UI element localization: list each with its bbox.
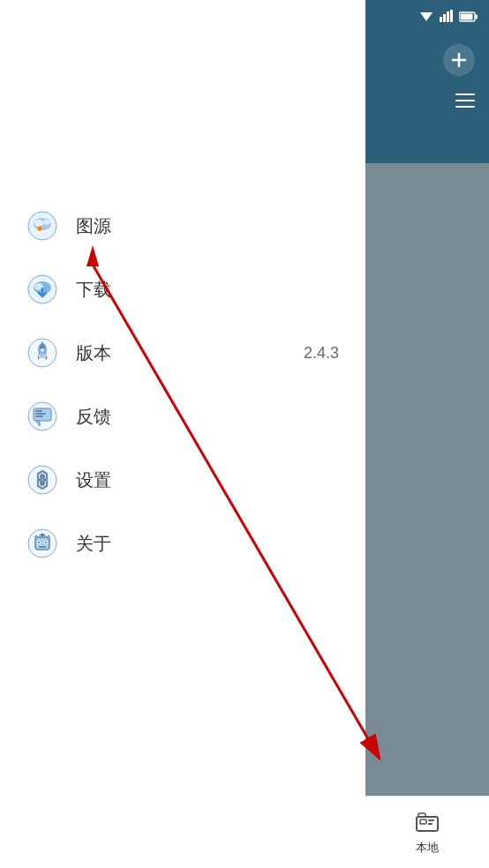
svg-rect-28: [40, 354, 45, 358]
version-label: 版本: [76, 341, 286, 365]
svg-point-31: [41, 348, 44, 352]
svg-rect-34: [35, 410, 42, 412]
svg-rect-6: [418, 813, 425, 817]
tuyuan-icon: [26, 210, 58, 242]
wifi-icon: [418, 10, 434, 26]
svg-rect-4: [428, 819, 434, 821]
svg-rect-53: [40, 535, 41, 537]
tuyuan-label: 图源: [76, 214, 339, 238]
menu-item-feedback[interactable]: 反馈: [0, 385, 365, 448]
local-icon: [414, 810, 440, 836]
svg-rect-52: [35, 535, 37, 539]
svg-point-47: [38, 542, 40, 543]
download-icon: [26, 273, 58, 305]
version-icon: [26, 337, 58, 369]
download-label: 下载: [76, 278, 339, 302]
svg-point-20: [39, 228, 41, 230]
svg-marker-7: [420, 12, 433, 21]
signal-icon: [440, 10, 454, 26]
svg-rect-11: [450, 10, 453, 22]
menu-line-3: [455, 106, 475, 108]
local-tab-label: 本地: [416, 840, 439, 856]
svg-rect-49: [39, 546, 46, 548]
add-button[interactable]: [443, 44, 475, 76]
svg-point-42: [40, 481, 45, 486]
svg-rect-3: [420, 819, 426, 824]
svg-rect-36: [35, 415, 43, 417]
menu-item-about[interactable]: 关于: [0, 512, 365, 575]
menu-button[interactable]: [455, 94, 475, 108]
bottom-tab-local[interactable]: 本地: [365, 796, 489, 868]
svg-rect-35: [35, 413, 46, 415]
svg-rect-13: [476, 15, 478, 19]
menu-item-version[interactable]: 版本 2.4.3: [0, 321, 365, 385]
menu-line-2: [455, 100, 475, 101]
svg-rect-55: [48, 535, 49, 539]
battery-icon: [459, 10, 478, 26]
menu-item-download[interactable]: 下载: [0, 258, 365, 321]
right-panel: 本地: [365, 0, 489, 868]
svg-point-17: [34, 220, 43, 227]
svg-point-18: [43, 220, 50, 225]
version-value: 2.4.3: [304, 344, 339, 363]
svg-point-48: [45, 542, 47, 543]
menu-item-settings[interactable]: 设置: [0, 448, 365, 512]
svg-rect-8: [440, 17, 442, 22]
settings-icon: [26, 464, 58, 496]
menu-line-1: [455, 94, 475, 95]
about-label: 关于: [76, 532, 339, 556]
svg-rect-5: [428, 823, 433, 825]
svg-rect-54: [43, 535, 45, 537]
settings-label: 设置: [76, 468, 339, 492]
status-bar: [365, 0, 489, 35]
menu-item-tuyuan[interactable]: 图源: [0, 194, 365, 258]
svg-rect-9: [443, 14, 446, 22]
svg-rect-10: [447, 11, 449, 22]
feedback-icon: [26, 400, 58, 432]
menu-list: 图源 下载: [0, 0, 365, 575]
svg-rect-14: [461, 14, 473, 20]
main-panel: 图源 下载: [0, 0, 365, 868]
about-icon: [26, 528, 58, 559]
feedback-label: 反馈: [76, 405, 339, 429]
